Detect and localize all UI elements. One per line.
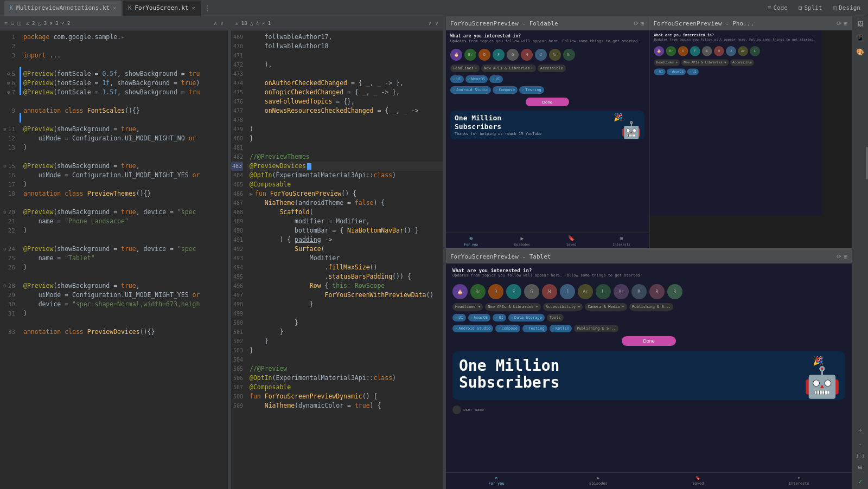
rline-500: 500 (231, 318, 247, 327)
tablet-chip-kotlin[interactable]: ✓ Kotlin (550, 325, 572, 332)
phone-code-icon[interactable]: ⊞ (844, 20, 847, 27)
rline-484: 484 (231, 171, 247, 180)
gear-icon-6[interactable]: ⚙ (7, 79, 10, 88)
checkmark-icon: ✓ (857, 476, 864, 487)
gear-icon-5[interactable]: ⚙ (7, 69, 10, 79)
tab-multipreview[interactable]: K MultipreviewAnnotations.kt ✕ (4, 1, 122, 16)
chip-ui[interactable]: ✓ UI (450, 75, 464, 83)
foldable-nav-foryou[interactable]: ⊕ For you (464, 235, 478, 246)
gear-icon-11[interactable]: ⚙ (3, 125, 6, 134)
milestone-card-foldable: One MillionSubscribers Thanks for helpin… (450, 111, 644, 139)
tablet-chip-publishing2[interactable]: Publishing & S... (574, 325, 618, 332)
tablet-chip-ui[interactable]: ✓ UI (452, 314, 466, 321)
zoom-in-btn[interactable]: + (857, 425, 864, 436)
device-btn[interactable]: 📱 (854, 33, 866, 43)
code-line-empty-23 (21, 235, 228, 244)
tab-foryouscreen[interactable]: K ForYouScreen.kt ✕ (123, 1, 200, 16)
foldable-nav-interests[interactable]: ⊞ Interests (612, 235, 630, 246)
chip-ui2[interactable]: ✓ UI (489, 75, 503, 83)
rcode-508: fun ForYouScreenPreviewDynamic() { (247, 392, 443, 401)
phone-actions: ⟳ ⊞ (837, 20, 847, 27)
theme-btn[interactable]: 🎨 (854, 47, 866, 57)
code-line-5: @Preview(fontScale = 0.5f, showBackgroun… (21, 69, 228, 79)
kotlin-file-icon: K (10, 5, 13, 11)
tablet-user-row: user name (446, 403, 852, 416)
phone-topic-6: H (714, 46, 724, 56)
gear-icon-20[interactable]: ⚙ (3, 208, 6, 217)
zoom-out-btn[interactable]: - (857, 439, 864, 450)
foldable-nav-saved[interactable]: 🔖 Saved (566, 235, 576, 246)
chip-new-apis[interactable]: New APIs & Libraries + (481, 65, 536, 72)
tablet-chip-wearos[interactable]: ✓ WearOS (468, 314, 491, 321)
split-view-btn[interactable]: ⊟ Split (795, 3, 826, 12)
tablet-chip-testing[interactable]: ✓ Testing (522, 325, 547, 332)
tablet-chip-data[interactable]: ✓ Data Storage (508, 314, 545, 321)
tablet-chip-accessibility[interactable]: Accessibility + (543, 303, 583, 311)
tablet-chip-compose[interactable]: ✓ Compose (495, 325, 520, 332)
right-nav-arrows[interactable]: ∧ ∨ (429, 20, 438, 26)
foldable-refresh-icon[interactable]: ⟳ (634, 20, 639, 27)
tab-multipreview-close[interactable]: ✕ (113, 5, 116, 11)
tablet-topic-11: M (631, 284, 647, 299)
split-icon: ⊟ (799, 4, 802, 11)
gear-icon-7[interactable]: ⚙ (7, 88, 10, 97)
gear-icon-15[interactable]: ⚙ (3, 162, 6, 171)
topic-icon-br: Br (464, 49, 476, 61)
foldable-code-icon[interactable]: ⊞ (641, 20, 644, 27)
tablet-nav-episodes[interactable]: ▶ Episodes (589, 476, 608, 486)
tablet-nav-foryou[interactable]: ⊕ For you (488, 476, 505, 486)
tablet-chip-android-studio[interactable]: ✓ Android Studio (452, 325, 493, 332)
rline-496: 496 (231, 281, 247, 291)
line-10-empty (0, 115, 20, 125)
interests-nav-icon: ⊞ (620, 235, 623, 241)
tablet-refresh-icon[interactable]: ⟳ (837, 253, 841, 260)
chip-wearos[interactable]: ✓ WearOS (465, 75, 488, 83)
tablet-chip-tools[interactable]: Tools (547, 314, 564, 321)
chip-android-studio[interactable]: ✓ Android Studio (450, 86, 491, 94)
done-button-foldable[interactable]: Done (526, 98, 569, 106)
rcode-494: .fillMaxSize() (247, 263, 443, 272)
tablet-chip-publishing[interactable]: Publishing & S... (629, 303, 674, 311)
tablet-interests-icon: ⊞ (798, 476, 800, 480)
kotlin-file-icon-2: K (128, 5, 131, 11)
foldable-header-sub: Updates from topics you follow will appe… (450, 39, 644, 43)
tablet-nav-interests[interactable]: ⊞ Interests (789, 476, 809, 486)
preview-icons-btn[interactable]: 🖼 (856, 18, 865, 29)
tablet-nav-saved[interactable]: 🔖 Saved (692, 476, 704, 486)
tab-foryouscreen-close[interactable]: ✕ (192, 5, 195, 11)
tablet-chip-ui2[interactable]: ✓ UI (493, 314, 506, 321)
chip-accessible[interactable]: Accessible (538, 65, 566, 72)
rcode-469: follwableAuthor17, (247, 33, 443, 42)
code-line-3: import ... (21, 51, 228, 60)
code-line-2 (21, 42, 228, 51)
code-content-left[interactable]: package com.google.sample.▸ import ... @… (21, 30, 228, 489)
rline-503: 503 (231, 346, 247, 355)
rcode-487: NiaTheme(androidTheme = false) { (247, 198, 443, 208)
tablet-code-icon[interactable]: ⊞ (844, 253, 847, 260)
code-line-7: @Preview(fontScale = 1.5f, showBackgroun… (21, 88, 228, 97)
chip-headlines[interactable]: Headlines + (450, 65, 480, 72)
tablet-chip-headlines[interactable]: Headlines + (452, 303, 483, 311)
topic-icon-ar2: Ar (563, 49, 575, 61)
phone-refresh-icon[interactable]: ⟳ (837, 20, 841, 27)
chip-compose[interactable]: ✓ Compose (493, 86, 518, 94)
rline-498: 498 (231, 300, 247, 309)
nav-arrows[interactable]: ∧ ∨ (214, 20, 224, 26)
code-content-right[interactable]: follwableAuthor17, follwableAuthor18 ), … (247, 30, 443, 489)
gear-icon-28[interactable]: ⚙ (3, 281, 6, 291)
tab-foryouscreen-label: ForYouScreen.kt (135, 4, 188, 11)
tab-more-btn[interactable]: ⋮ (204, 4, 210, 12)
tablet-chip-new-apis[interactable]: New APIs & Libraries + (485, 303, 541, 311)
line-18: 18 (0, 189, 20, 198)
chip-testing[interactable]: ✓ Testing (519, 86, 544, 94)
fit-btn[interactable]: ⊞ (857, 462, 864, 473)
tablet-saved-icon: 🔖 (695, 476, 700, 480)
foldable-nav-episodes[interactable]: ▶ Episodes (514, 235, 530, 246)
done-button-tablet[interactable]: Done (622, 336, 676, 346)
tablet-chip-camera[interactable]: Camera & Media + (585, 303, 627, 311)
gear-icon-24[interactable]: ⚙ (3, 244, 6, 254)
code-icon: ≡ (768, 4, 771, 11)
design-view-btn[interactable]: ◫ Design (830, 3, 864, 12)
code-line-empty-4 (21, 60, 228, 69)
code-view-btn[interactable]: ≡ Code (764, 3, 791, 12)
